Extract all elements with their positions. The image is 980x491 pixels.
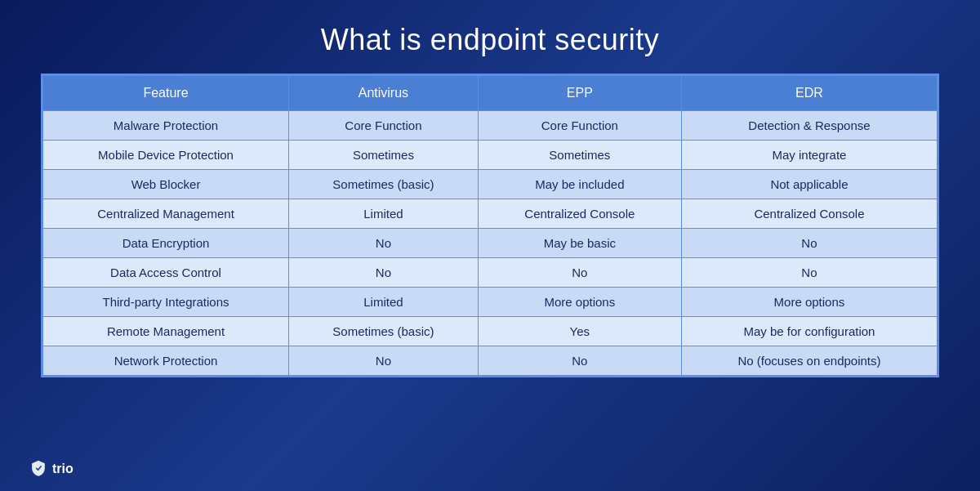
cell-1-2: Sometimes	[478, 141, 681, 170]
cell-8-1: No	[289, 346, 479, 376]
table-header-row: FeatureAntivirusEPPEDR	[43, 76, 938, 111]
header-col-3: EDR	[681, 76, 937, 111]
cell-7-2: Yes	[478, 317, 681, 346]
logo-text: trio	[52, 462, 74, 476]
table-row: Remote ManagementSometimes (basic)YesMay…	[43, 317, 938, 346]
cell-0-0: Malware Protection	[43, 111, 289, 141]
header-col-0: Feature	[43, 76, 289, 111]
table-row: Third-party IntegrationsLimitedMore opti…	[43, 288, 938, 317]
cell-5-0: Data Access Control	[43, 258, 289, 288]
table-row: Data Access ControlNoNoNo	[43, 258, 938, 288]
cell-3-3: Centralized Console	[681, 199, 937, 229]
cell-2-0: Web Blocker	[43, 170, 289, 199]
cell-1-1: Sometimes	[289, 141, 479, 170]
cell-3-0: Centralized Management	[43, 199, 289, 229]
header-col-2: EPP	[478, 76, 681, 111]
cell-2-3: Not applicable	[681, 170, 937, 199]
cell-1-0: Mobile Device Protection	[43, 141, 289, 170]
table-row: Data EncryptionNoMay be basicNo	[43, 229, 938, 258]
cell-4-0: Data Encryption	[43, 229, 289, 258]
header-col-1: Antivirus	[289, 76, 479, 111]
logo-area: trio	[29, 460, 74, 478]
cell-5-2: No	[478, 258, 681, 288]
table-row: Malware ProtectionCore FunctionCore Func…	[43, 111, 938, 141]
cell-6-2: More options	[478, 288, 681, 317]
table-row: Network ProtectionNoNoNo (focuses on end…	[43, 346, 938, 376]
table-body: Malware ProtectionCore FunctionCore Func…	[43, 111, 938, 376]
comparison-table: FeatureAntivirusEPPEDR Malware Protectio…	[42, 75, 938, 376]
cell-8-0: Network Protection	[43, 346, 289, 376]
cell-0-1: Core Function	[289, 111, 479, 141]
cell-2-2: May be included	[478, 170, 681, 199]
cell-1-3: May integrate	[681, 141, 937, 170]
cell-4-3: No	[681, 229, 937, 258]
cell-4-1: No	[289, 229, 479, 258]
cell-6-1: Limited	[289, 288, 479, 317]
cell-6-3: More options	[681, 288, 937, 317]
comparison-table-wrapper: FeatureAntivirusEPPEDR Malware Protectio…	[41, 74, 939, 377]
cell-0-2: Core Function	[478, 111, 681, 141]
cell-4-2: May be basic	[478, 229, 681, 258]
page-title: What is endpoint security	[321, 23, 660, 57]
cell-8-3: No (focuses on endpoints)	[681, 346, 937, 376]
cell-5-3: No	[681, 258, 937, 288]
table-row: Centralized ManagementLimitedCentralized…	[43, 199, 938, 229]
cell-2-1: Sometimes (basic)	[289, 170, 479, 199]
shield-icon	[29, 460, 47, 478]
cell-5-1: No	[289, 258, 479, 288]
cell-8-2: No	[478, 346, 681, 376]
cell-3-1: Limited	[289, 199, 479, 229]
table-row: Mobile Device ProtectionSometimesSometim…	[43, 141, 938, 170]
cell-7-3: May be for configuration	[681, 317, 937, 346]
cell-7-1: Sometimes (basic)	[289, 317, 479, 346]
cell-3-2: Centralized Console	[478, 199, 681, 229]
cell-6-0: Third-party Integrations	[43, 288, 289, 317]
cell-0-3: Detection & Response	[681, 111, 937, 141]
cell-7-0: Remote Management	[43, 317, 289, 346]
table-row: Web BlockerSometimes (basic)May be inclu…	[43, 170, 938, 199]
